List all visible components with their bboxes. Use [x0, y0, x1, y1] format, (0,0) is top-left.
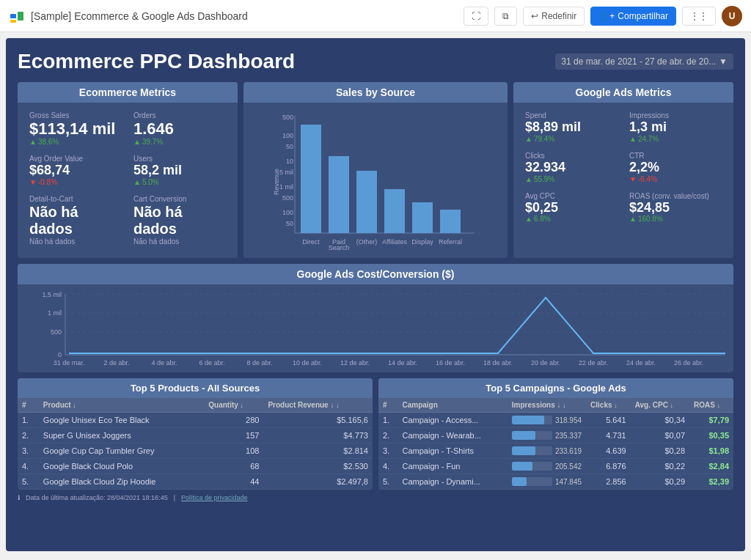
- copy-button[interactable]: ⧉: [494, 7, 517, 26]
- product-rank: 4.: [18, 459, 39, 474]
- campaign-roas: $2,39: [689, 474, 733, 490]
- impressions-metric: Impressions 1,3 mi 24.7%: [625, 108, 726, 146]
- product-revenue: $2.814: [263, 443, 373, 459]
- grid-button[interactable]: ⋮⋮: [682, 7, 716, 26]
- orders-change: 39.7%: [133, 138, 226, 146]
- cost-conversion-line-chart: 1,5 mil 1 mil 500 0 31 de mar. 2 de abr.…: [40, 290, 729, 371]
- compartilhar-button[interactable]: 👤+ Compartilhar: [590, 7, 676, 26]
- redefinir-button[interactable]: ↩ Redefinir: [523, 7, 585, 26]
- roas-col-header[interactable]: ROAS: [689, 398, 733, 413]
- product-col-header[interactable]: Product: [39, 398, 204, 413]
- campaign-roas: $7,79: [689, 413, 733, 428]
- privacy-link[interactable]: Política de privacidade: [181, 494, 248, 501]
- top-campaigns-title: Top 5 Campaigns - Google Ads: [378, 378, 733, 398]
- top-products-table: # Product Quantity Product Revenue ↓ 1. …: [18, 398, 373, 490]
- campaign-rank: 4.: [378, 459, 398, 474]
- product-revenue: $2.497,8: [263, 474, 373, 490]
- cost-conversion-chart-area: 1,5 mil 1 mil 500 0 31 de mar. 2 de abr.…: [18, 284, 733, 372]
- svg-text:0: 0: [58, 351, 62, 358]
- top-campaigns-header-row: # Campaign Impressions ↓ Clicks Avg. CPC…: [378, 398, 733, 413]
- campaign-impressions: 147.845: [508, 474, 586, 490]
- product-name: Google Cup Cap Tumbler Grey: [39, 443, 204, 459]
- product-revenue: $5.165,6: [263, 413, 373, 428]
- gross-sales-change: 38.6%: [29, 138, 122, 146]
- avg-order-value: $68,74: [29, 163, 122, 178]
- sales-by-source-title: Sales by Source: [243, 82, 508, 103]
- avg-cpc-value: $0,25: [525, 201, 618, 215]
- table-row: 1. Campaign - Access... 318.954 5.641 $0…: [378, 413, 733, 428]
- spend-label: Spend: [525, 111, 618, 119]
- date-range-text: 31 de mar. de 2021 - 27 de abr. de 20...: [561, 56, 716, 67]
- product-rank: 5.: [18, 474, 39, 490]
- users-change: 5.0%: [133, 178, 226, 186]
- roas-value: $24,85: [629, 201, 722, 215]
- sales-chart-area: Revenue 500 100 50 10 5 mil 1 mil 500 10…: [243, 103, 508, 258]
- top-products-header-row: # Product Quantity Product Revenue ↓: [18, 398, 373, 413]
- svg-text:6 de abr.: 6 de abr.: [199, 359, 224, 366]
- avg-cpc-col-header[interactable]: Avg. CPC: [631, 398, 689, 413]
- chevron-down-icon: ▼: [719, 56, 728, 67]
- date-range-selector[interactable]: 31 de mar. de 2021 - 27 de abr. de 20...…: [555, 54, 733, 70]
- gross-sales-value: $113,14 mil: [29, 120, 122, 138]
- sales-by-source-panel: Sales by Source Revenue 500 100 50 10 5 …: [243, 82, 508, 258]
- ctr-change: -6.4%: [629, 175, 722, 183]
- gross-sales-label: Gross Sales: [29, 111, 122, 119]
- avg-order-change: -0.8%: [29, 178, 122, 186]
- fullscreen-button[interactable]: ⛶: [464, 7, 488, 26]
- cart-conversion-metric: Cart Conversion Não há dados Não há dado…: [129, 192, 230, 248]
- topbar: [Sample] Ecommerce & Google Ads Dashboar…: [0, 0, 751, 32]
- revenue-col-header[interactable]: Product Revenue ↓: [263, 398, 373, 413]
- detail-label: Detail-to-Cart: [29, 195, 122, 203]
- impressions-col-header[interactable]: Impressions ↓: [508, 398, 586, 413]
- product-quantity: 68: [204, 459, 263, 474]
- svg-rect-1: [18, 12, 23, 21]
- product-revenue: $2.530: [263, 459, 373, 474]
- table-row: 1. Google Unisex Eco Tee Black 280 $5.16…: [18, 413, 373, 428]
- campaign-name: Campaign - Wearab...: [398, 428, 508, 443]
- svg-text:1 mil: 1 mil: [279, 183, 293, 191]
- campaign-col-header: Campaign: [398, 398, 508, 413]
- product-quantity: 44: [204, 474, 263, 490]
- svg-rect-17: [356, 171, 377, 233]
- footer-update-text: Data de última atualização: 28/04/2021 1…: [26, 494, 168, 501]
- avg-cpc-label: Avg CPC: [525, 192, 618, 200]
- clicks-label: Clicks: [525, 152, 618, 160]
- product-revenue: $4.773: [263, 428, 373, 443]
- avg-order-label: Avg Order Value: [29, 155, 122, 163]
- svg-text:1,5 mil: 1,5 mil: [42, 291, 62, 298]
- svg-text:50: 50: [286, 220, 293, 227]
- svg-text:100: 100: [282, 209, 293, 216]
- cost-conversion-panel: Google Ads Cost/Conversion ($) 1,5 mil 1…: [18, 264, 733, 372]
- campaign-name: Campaign - Dynami...: [398, 474, 508, 490]
- campaign-clicks: 5.641: [586, 413, 631, 428]
- campaign-cpc: $0,22: [631, 459, 689, 474]
- campaign-roas: $0,35: [689, 428, 733, 443]
- svg-text:22 de abr.: 22 de abr.: [579, 359, 608, 366]
- roas-metric: ROAS (conv. value/cost) $24,85 160.8%: [625, 189, 726, 226]
- copy-icon: ⧉: [502, 11, 509, 21]
- campaign-cpc: $0,28: [631, 443, 689, 459]
- svg-text:500: 500: [51, 328, 62, 336]
- svg-rect-0: [10, 14, 16, 18]
- clicks-col-header[interactable]: Clicks: [586, 398, 631, 413]
- orders-value: 1.646: [133, 120, 226, 138]
- svg-text:31 de mar.: 31 de mar.: [54, 359, 85, 366]
- svg-text:10 de abr.: 10 de abr.: [293, 359, 322, 366]
- dashboard: Ecommerce PPC Dashboard 31 de mar. de 20…: [6, 38, 745, 551]
- campaign-rank: 2.: [378, 428, 398, 443]
- cart-sub: Não há dados: [133, 237, 226, 246]
- svg-text:4 de abr.: 4 de abr.: [151, 359, 177, 366]
- table-row: 3. Campaign - T-Shirts 233.619 4.639 $0,…: [378, 443, 733, 459]
- dashboard-title: Ecommerce PPC Dashboard: [18, 50, 295, 73]
- svg-text:500: 500: [282, 114, 293, 121]
- product-name: Google Black Cloud Zip Hoodie: [39, 474, 204, 490]
- top-campaigns-table: # Campaign Impressions ↓ Clicks Avg. CPC…: [378, 398, 733, 490]
- campaign-cpc: $0,34: [631, 413, 689, 428]
- avg-cpc-change: 6.8%: [525, 215, 618, 223]
- user-avatar[interactable]: U: [722, 6, 742, 26]
- campaign-impressions: 235.337: [508, 428, 586, 443]
- campaign-name: Campaign - Access...: [398, 413, 508, 428]
- top-products-title: Top 5 Products - All Sources: [18, 378, 373, 398]
- quantity-col-header[interactable]: Quantity: [204, 398, 263, 413]
- spend-metric: Spend $8,89 mil 79.4%: [521, 108, 622, 146]
